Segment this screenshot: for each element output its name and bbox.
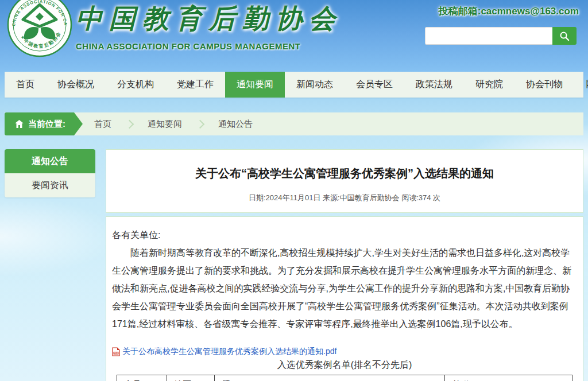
article-header: 关于公布“高校学生公寓管理服务优秀案例”入选结果的通知 日期:2024年11月0…	[106, 149, 583, 213]
sidebar-item-news-info[interactable]: 要闻资讯	[5, 173, 95, 197]
article-meta: 日期:2024年11月01日 来源:中国教育后勤协会 阅读:374 次	[118, 193, 571, 203]
site-title-en: CHINA ASSOCIATION FOR CAMPUS MANAGEMENT	[76, 41, 342, 51]
attachment-row: PDF 关于公布高校学生公寓管理服务优秀案例入选结果的通知.pdf	[112, 347, 577, 357]
search-icon	[559, 31, 570, 41]
breadcrumb-items: 首页 通知要闻 通知公告	[83, 119, 264, 130]
nav-item-members[interactable]: 会员专区	[345, 72, 404, 98]
table-header-row: 序号 地区 题 目 单 位	[117, 375, 572, 381]
site-header: CHINA ASSOCIATION FOR CAMPUS MANAGEMENT …	[0, 0, 588, 72]
nav-item-publications[interactable]: 协会刊物	[514, 72, 574, 98]
article-body: 各有关单位: 随着新时期高等教育改革的不断深化,高校招生规模持续扩大,学生对美好…	[106, 216, 583, 381]
attachment-pdf-link[interactable]: 关于公布高校学生公寓管理服务优秀案例入选结果的通知.pdf	[122, 347, 336, 357]
breadcrumb-item-announcements[interactable]: 通知公告	[218, 119, 253, 130]
content-layout: 通知公告 要闻资讯 关于公布“高校学生公寓管理服务优秀案例”入选结果的通知 日期…	[5, 149, 583, 381]
svg-text:PDF: PDF	[114, 352, 119, 355]
nav-item-notices[interactable]: 通知要闻	[225, 72, 285, 98]
chevron-right-icon	[196, 119, 205, 129]
nav-item-news[interactable]: 新闻动态	[285, 72, 345, 98]
brand-titles: 中国教育后勤协会 CHINA ASSOCIATION FOR CAMPUS MA…	[76, 1, 342, 51]
search-button[interactable]	[552, 27, 577, 45]
association-logo-icon: CHINA ASSOCIATION FOR CAMPUS MANAGEMENT …	[7, 0, 72, 57]
nav-item-exhibition[interactable]: 网上展示	[574, 72, 588, 98]
breadcrumb-label-text: 当前位置:	[28, 119, 65, 130]
chevron-right-icon	[125, 119, 134, 129]
page: CHINA ASSOCIATION FOR CAMPUS MANAGEMENT …	[0, 0, 588, 381]
nav-item-institute[interactable]: 研究院	[464, 72, 514, 98]
main-nav: 首页 协会概况 分支机构 党建工作 通知要闻 新闻动态 会员专区 政策法规 研究…	[5, 72, 583, 98]
article-title: 关于公布“高校学生公寓管理服务优秀案例”入选结果的通知	[118, 166, 571, 181]
paragraph-salutation: 各有关单位:	[112, 226, 577, 244]
cases-table: 序号 地区 题 目 单 位 1 新时代高校学生社区安全教育工作的创新探索——以清…	[117, 375, 572, 381]
search-input[interactable]	[425, 27, 552, 45]
article-area: 关于公布“高校学生公寓管理服务优秀案例”入选结果的通知 日期:2024年11月0…	[106, 149, 583, 381]
breadcrumb-item-home[interactable]: 首页	[94, 119, 111, 130]
nav-item-branches[interactable]: 分支机构	[106, 72, 165, 98]
submission-email: 投稿邮箱:cacmnews@163.com	[439, 5, 579, 18]
nav-item-home[interactable]: 首页	[5, 72, 46, 98]
nav-item-overview[interactable]: 协会概况	[46, 72, 106, 98]
col-header-number: 序号	[117, 375, 167, 381]
site-title-zh: 中国教育后勤协会	[76, 1, 342, 37]
sidebar: 通知公告 要闻资讯	[5, 149, 95, 197]
sidebar-item-announcements[interactable]: 通知公告	[5, 149, 95, 173]
col-header-region: 地区	[167, 375, 215, 381]
association-logo: CHINA ASSOCIATION FOR CAMPUS MANAGEMENT …	[7, 0, 72, 60]
paragraph-main: 随着新时期高等教育改革的不断深化,高校招生规模持续扩大,学生对美好生活的需求也日…	[112, 244, 577, 333]
home-icon	[15, 120, 24, 128]
nav-item-policy[interactable]: 政策法规	[404, 72, 464, 98]
pdf-file-icon: PDF	[112, 347, 120, 356]
table-caption: 入选优秀案例名单(排名不分先后)	[112, 359, 577, 371]
col-header-unit: 单 位	[444, 375, 572, 381]
breadcrumb-item-notices[interactable]: 通知要闻	[148, 119, 182, 130]
search-bar	[425, 27, 577, 45]
breadcrumb: 当前位置: 首页 通知要闻 通知公告	[5, 112, 583, 135]
nav-item-party[interactable]: 党建工作	[165, 72, 225, 98]
col-header-title: 题 目	[215, 375, 444, 381]
breadcrumb-label: 当前位置:	[5, 112, 83, 135]
